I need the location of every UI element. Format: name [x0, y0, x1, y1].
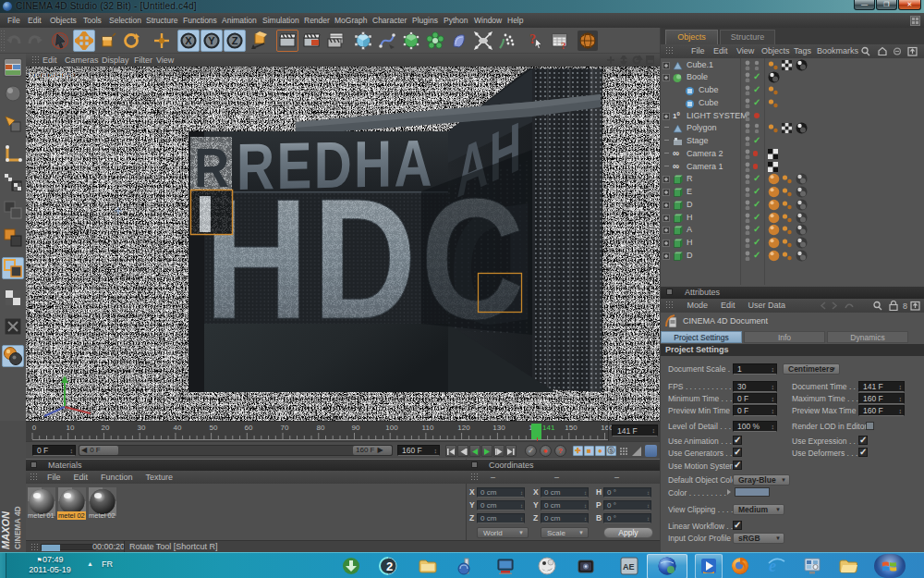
- svg-text:AE: AE: [623, 562, 635, 572]
- svg-text:8: 8: [903, 301, 907, 311]
- svg-text:?: ?: [561, 40, 566, 50]
- svg-text:Y: Y: [208, 35, 215, 46]
- svg-text:Perspective: Perspective: [29, 69, 75, 80]
- svg-text:X: X: [185, 35, 192, 46]
- svg-text:Z: Z: [232, 35, 238, 46]
- svg-text:?: ?: [529, 32, 536, 46]
- svg-text:R: R: [194, 137, 229, 199]
- svg-text:2: 2: [386, 560, 393, 573]
